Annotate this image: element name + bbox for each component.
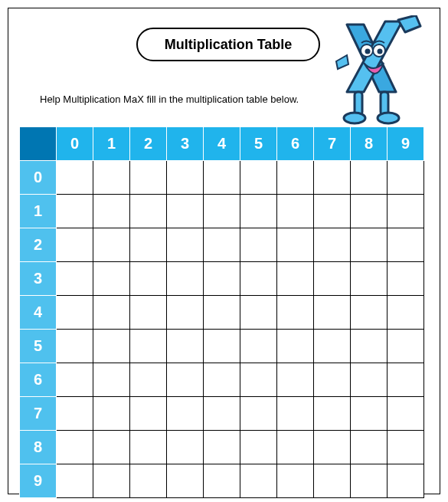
answer-cell[interactable] [130, 195, 167, 228]
answer-cell[interactable] [93, 363, 130, 397]
answer-cell[interactable] [351, 296, 388, 330]
answer-cell[interactable] [57, 431, 93, 464]
answer-cell[interactable] [388, 330, 424, 363]
answer-cell[interactable] [240, 363, 277, 397]
answer-cell[interactable] [240, 464, 277, 498]
answer-cell[interactable] [130, 363, 167, 397]
answer-cell[interactable] [351, 330, 388, 363]
answer-cell[interactable] [240, 195, 277, 228]
answer-cell[interactable] [314, 296, 351, 330]
answer-cell[interactable] [93, 262, 130, 296]
answer-cell[interactable] [57, 195, 93, 228]
answer-cell[interactable] [93, 397, 130, 431]
answer-cell[interactable] [167, 262, 204, 296]
answer-cell[interactable] [277, 464, 314, 498]
answer-cell[interactable] [167, 397, 204, 431]
answer-cell[interactable] [167, 161, 204, 195]
answer-cell[interactable] [57, 330, 93, 363]
answer-cell[interactable] [57, 161, 93, 195]
answer-cell[interactable] [314, 363, 351, 397]
answer-cell[interactable] [277, 363, 314, 397]
answer-cell[interactable] [351, 464, 388, 498]
answer-cell[interactable] [57, 363, 93, 397]
answer-cell[interactable] [130, 161, 167, 195]
answer-cell[interactable] [130, 431, 167, 464]
answer-cell[interactable] [351, 161, 388, 195]
answer-cell[interactable] [167, 464, 204, 498]
answer-cell[interactable] [240, 161, 277, 195]
answer-cell[interactable] [388, 262, 424, 296]
answer-cell[interactable] [277, 397, 314, 431]
answer-cell[interactable] [388, 431, 424, 464]
answer-cell[interactable] [204, 397, 240, 431]
answer-cell[interactable] [93, 464, 130, 498]
answer-cell[interactable] [388, 363, 424, 397]
answer-cell[interactable] [167, 431, 204, 464]
answer-cell[interactable] [240, 397, 277, 431]
answer-cell[interactable] [277, 228, 314, 262]
answer-cell[interactable] [130, 228, 167, 262]
answer-cell[interactable] [167, 296, 204, 330]
answer-cell[interactable] [314, 161, 351, 195]
answer-cell[interactable] [57, 464, 93, 498]
answer-cell[interactable] [314, 262, 351, 296]
answer-cell[interactable] [204, 464, 240, 498]
answer-cell[interactable] [167, 330, 204, 363]
answer-cell[interactable] [277, 195, 314, 228]
answer-cell[interactable] [388, 296, 424, 330]
answer-cell[interactable] [93, 195, 130, 228]
answer-cell[interactable] [57, 228, 93, 262]
answer-cell[interactable] [351, 262, 388, 296]
answer-cell[interactable] [351, 228, 388, 262]
answer-cell[interactable] [204, 330, 240, 363]
answer-cell[interactable] [240, 330, 277, 363]
answer-cell[interactable] [351, 397, 388, 431]
answer-cell[interactable] [277, 431, 314, 464]
answer-cell[interactable] [130, 262, 167, 296]
answer-cell[interactable] [167, 228, 204, 262]
answer-cell[interactable] [388, 161, 424, 195]
answer-cell[interactable] [314, 431, 351, 464]
answer-cell[interactable] [93, 161, 130, 195]
answer-cell[interactable] [314, 330, 351, 363]
answer-cell[interactable] [204, 363, 240, 397]
answer-cell[interactable] [388, 464, 424, 498]
answer-cell[interactable] [167, 195, 204, 228]
answer-cell[interactable] [93, 431, 130, 464]
answer-cell[interactable] [240, 431, 277, 464]
answer-cell[interactable] [204, 262, 240, 296]
answer-cell[interactable] [351, 195, 388, 228]
answer-cell[interactable] [240, 296, 277, 330]
answer-cell[interactable] [204, 195, 240, 228]
answer-cell[interactable] [204, 296, 240, 330]
answer-cell[interactable] [277, 262, 314, 296]
answer-cell[interactable] [388, 397, 424, 431]
answer-cell[interactable] [314, 397, 351, 431]
answer-cell[interactable] [93, 330, 130, 363]
answer-cell[interactable] [277, 296, 314, 330]
answer-cell[interactable] [93, 228, 130, 262]
answer-cell[interactable] [130, 464, 167, 498]
answer-cell[interactable] [204, 228, 240, 262]
answer-cell[interactable] [314, 464, 351, 498]
answer-cell[interactable] [167, 363, 204, 397]
answer-cell[interactable] [130, 296, 167, 330]
answer-cell[interactable] [388, 228, 424, 262]
answer-cell[interactable] [57, 262, 93, 296]
answer-cell[interactable] [240, 228, 277, 262]
answer-cell[interactable] [314, 195, 351, 228]
answer-cell[interactable] [351, 363, 388, 397]
answer-cell[interactable] [240, 262, 277, 296]
answer-cell[interactable] [277, 161, 314, 195]
answer-cell[interactable] [388, 195, 424, 228]
answer-cell[interactable] [351, 431, 388, 464]
answer-cell[interactable] [93, 296, 130, 330]
answer-cell[interactable] [204, 431, 240, 464]
answer-cell[interactable] [57, 296, 93, 330]
answer-cell[interactable] [204, 161, 240, 195]
answer-cell[interactable] [314, 228, 351, 262]
answer-cell[interactable] [57, 397, 93, 431]
answer-cell[interactable] [277, 330, 314, 363]
answer-cell[interactable] [130, 397, 167, 431]
answer-cell[interactable] [130, 330, 167, 363]
